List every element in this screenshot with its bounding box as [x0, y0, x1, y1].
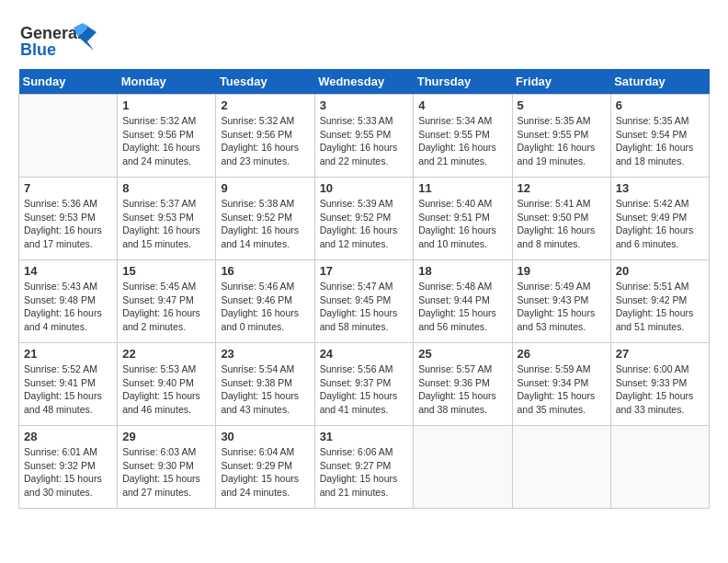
day-info: Sunrise: 5:56 AMSunset: 9:37 PMDaylight:… — [320, 362, 409, 417]
daylight: Daylight: 16 hours and 8 minutes. — [518, 224, 596, 249]
day-number: 22 — [122, 347, 210, 361]
calendar-cell: 22Sunrise: 5:53 AMSunset: 9:40 PMDayligh… — [118, 343, 216, 426]
daylight: Daylight: 16 hours and 12 minutes. — [320, 224, 398, 249]
daylight: Daylight: 15 hours and 46 minutes. — [122, 390, 200, 415]
day-info: Sunrise: 5:35 AMSunset: 9:54 PMDaylight:… — [616, 114, 704, 168]
daylight: Daylight: 15 hours and 21 minutes. — [320, 473, 398, 498]
day-info: Sunrise: 5:51 AMSunset: 9:42 PMDaylight:… — [616, 280, 704, 334]
sunrise: Sunrise: 5:59 AM — [518, 363, 591, 374]
day-number: 23 — [221, 347, 309, 361]
day-info: Sunrise: 5:38 AMSunset: 9:52 PMDaylight:… — [221, 197, 309, 251]
calendar-cell: 1Sunrise: 5:32 AMSunset: 9:56 PMDaylight… — [118, 95, 216, 178]
calendar-cell: 3Sunrise: 5:33 AMSunset: 9:55 PMDaylight… — [314, 95, 414, 178]
day-info: Sunrise: 5:54 AMSunset: 9:38 PMDaylight:… — [221, 362, 309, 417]
calendar-week-row: 14Sunrise: 5:43 AMSunset: 9:48 PMDayligh… — [19, 260, 710, 343]
weekday-header: Wednesday — [314, 69, 414, 95]
sunrise: Sunrise: 5:51 AM — [616, 281, 689, 292]
daylight: Daylight: 15 hours and 30 minutes. — [24, 473, 102, 498]
sunset: Sunset: 9:55 PM — [320, 129, 392, 140]
sunrise: Sunrise: 6:01 AM — [24, 446, 97, 457]
calendar-cell — [512, 426, 610, 509]
sunset: Sunset: 9:50 PM — [518, 212, 589, 223]
calendar-cell: 6Sunrise: 5:35 AMSunset: 9:54 PMDaylight… — [610, 95, 709, 178]
calendar-cell: 8Sunrise: 5:37 AMSunset: 9:53 PMDaylight… — [118, 178, 216, 260]
day-number: 11 — [418, 181, 506, 195]
calendar-cell: 14Sunrise: 5:43 AMSunset: 9:48 PMDayligh… — [19, 260, 118, 343]
weekday-header: Saturday — [610, 69, 709, 95]
calendar-cell: 9Sunrise: 5:38 AMSunset: 9:52 PMDaylight… — [216, 178, 314, 260]
day-info: Sunrise: 5:33 AMSunset: 9:55 PMDaylight:… — [320, 114, 409, 168]
day-info: Sunrise: 6:00 AMSunset: 9:33 PMDaylight:… — [616, 362, 704, 417]
sunrise: Sunrise: 5:35 AM — [616, 115, 689, 126]
day-info: Sunrise: 5:41 AMSunset: 9:50 PMDaylight:… — [518, 197, 606, 251]
sunrise: Sunrise: 6:06 AM — [320, 446, 393, 457]
sunrise: Sunrise: 5:52 AM — [24, 363, 97, 374]
calendar-cell: 24Sunrise: 5:56 AMSunset: 9:37 PMDayligh… — [314, 343, 414, 426]
day-info: Sunrise: 5:32 AMSunset: 9:56 PMDaylight:… — [221, 114, 309, 168]
svg-text:Blue: Blue — [20, 40, 56, 59]
day-number: 3 — [320, 98, 409, 112]
sunset: Sunset: 9:49 PM — [616, 212, 688, 223]
calendar-header-row: SundayMondayTuesdayWednesdayThursdayFrid… — [19, 69, 710, 95]
sunset: Sunset: 9:36 PM — [418, 377, 490, 388]
sunset: Sunset: 9:33 PM — [616, 377, 688, 388]
day-number: 7 — [24, 181, 112, 195]
sunrise: Sunrise: 5:38 AM — [221, 198, 294, 209]
sunrise: Sunrise: 6:04 AM — [221, 446, 294, 457]
sunrise: Sunrise: 5:48 AM — [418, 281, 492, 292]
logo: General Blue — [18, 18, 101, 60]
logo-icon: General Blue — [18, 18, 101, 60]
daylight: Daylight: 15 hours and 24 minutes. — [221, 473, 299, 498]
sunset: Sunset: 9:41 PM — [24, 377, 96, 388]
sunrise: Sunrise: 5:46 AM — [221, 281, 294, 292]
calendar-cell: 17Sunrise: 5:47 AMSunset: 9:45 PMDayligh… — [314, 260, 414, 343]
day-info: Sunrise: 5:48 AMSunset: 9:44 PMDaylight:… — [418, 280, 506, 334]
day-number: 14 — [24, 264, 112, 278]
calendar-cell: 11Sunrise: 5:40 AMSunset: 9:51 PMDayligh… — [414, 178, 512, 260]
day-info: Sunrise: 5:45 AMSunset: 9:47 PMDaylight:… — [122, 280, 210, 334]
daylight: Daylight: 15 hours and 53 minutes. — [518, 307, 596, 332]
day-number: 31 — [320, 430, 409, 443]
day-info: Sunrise: 5:49 AMSunset: 9:43 PMDaylight:… — [518, 280, 606, 334]
day-number: 29 — [122, 430, 210, 443]
calendar-week-row: 21Sunrise: 5:52 AMSunset: 9:41 PMDayligh… — [19, 343, 710, 426]
day-info: Sunrise: 5:57 AMSunset: 9:36 PMDaylight:… — [418, 362, 506, 417]
sunset: Sunset: 9:55 PM — [518, 129, 589, 140]
calendar-cell: 12Sunrise: 5:41 AMSunset: 9:50 PMDayligh… — [512, 178, 610, 260]
day-number: 28 — [24, 430, 112, 443]
sunset: Sunset: 9:30 PM — [122, 460, 194, 471]
day-number: 13 — [616, 181, 704, 195]
sunrise: Sunrise: 5:32 AM — [122, 115, 196, 126]
sunrise: Sunrise: 5:37 AM — [122, 198, 196, 209]
day-info: Sunrise: 5:37 AMSunset: 9:53 PMDaylight:… — [122, 197, 210, 251]
calendar-cell: 4Sunrise: 5:34 AMSunset: 9:55 PMDaylight… — [414, 95, 512, 178]
sunrise: Sunrise: 5:32 AM — [221, 115, 294, 126]
day-number: 24 — [320, 347, 409, 361]
calendar-week-row: 1Sunrise: 5:32 AMSunset: 9:56 PMDaylight… — [19, 95, 710, 178]
weekday-header: Sunday — [19, 69, 118, 95]
calendar-cell: 29Sunrise: 6:03 AMSunset: 9:30 PMDayligh… — [118, 426, 216, 509]
day-info: Sunrise: 5:59 AMSunset: 9:34 PMDaylight:… — [518, 362, 606, 417]
calendar-cell: 21Sunrise: 5:52 AMSunset: 9:41 PMDayligh… — [19, 343, 118, 426]
weekday-header: Friday — [512, 69, 610, 95]
weekday-header: Tuesday — [216, 69, 314, 95]
calendar-cell: 31Sunrise: 6:06 AMSunset: 9:27 PMDayligh… — [314, 426, 414, 509]
calendar-cell: 16Sunrise: 5:46 AMSunset: 9:46 PMDayligh… — [216, 260, 314, 343]
day-number: 17 — [320, 264, 409, 278]
daylight: Daylight: 15 hours and 51 minutes. — [616, 307, 694, 332]
weekday-header: Monday — [118, 69, 216, 95]
calendar-week-row: 7Sunrise: 5:36 AMSunset: 9:53 PMDaylight… — [19, 178, 710, 260]
sunset: Sunset: 9:56 PM — [221, 129, 292, 140]
day-number: 10 — [320, 181, 409, 195]
day-info: Sunrise: 5:43 AMSunset: 9:48 PMDaylight:… — [24, 280, 112, 334]
daylight: Daylight: 16 hours and 22 minutes. — [320, 142, 398, 167]
sunset: Sunset: 9:27 PM — [320, 460, 392, 471]
day-info: Sunrise: 5:47 AMSunset: 9:45 PMDaylight:… — [320, 280, 409, 334]
day-info: Sunrise: 6:04 AMSunset: 9:29 PMDaylight:… — [221, 445, 309, 500]
calendar-cell: 25Sunrise: 5:57 AMSunset: 9:36 PMDayligh… — [414, 343, 512, 426]
sunrise: Sunrise: 5:33 AM — [320, 115, 393, 126]
day-number: 27 — [616, 347, 704, 361]
daylight: Daylight: 15 hours and 48 minutes. — [24, 390, 102, 415]
page-header: General Blue — [18, 18, 710, 60]
day-number: 21 — [24, 347, 112, 361]
